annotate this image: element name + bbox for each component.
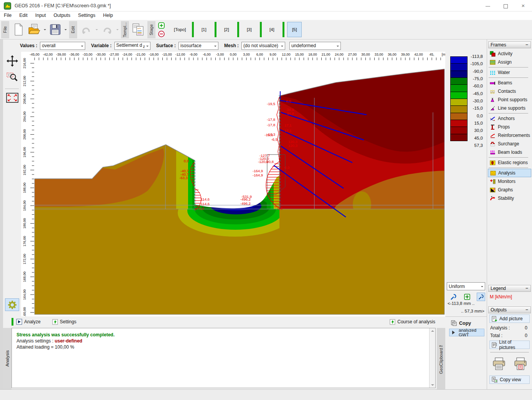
open-file-button[interactable] xyxy=(26,21,43,38)
frames-item-assign[interactable]: Assign xyxy=(488,58,531,66)
edit-group-tab[interactable]: Edit xyxy=(69,21,77,38)
mesh-dropdown[interactable]: (do not visualize) xyxy=(241,42,285,50)
scale-add-button[interactable] xyxy=(463,293,471,301)
menu-help[interactable]: Help xyxy=(99,12,117,18)
remove-stage-icon[interactable] xyxy=(158,31,165,37)
frames-item-label: Point supports xyxy=(498,97,527,102)
frames-item-graphs[interactable]: Graphs xyxy=(488,186,531,194)
frames-item-stability[interactable]: Stability xyxy=(488,194,531,202)
pan-tool-button[interactable] xyxy=(5,54,19,68)
stage-button-1[interactable]: [1] xyxy=(197,22,211,37)
redo-dropdown-caret[interactable] xyxy=(115,28,120,31)
frames-minimize-icon[interactable]: – xyxy=(525,42,528,47)
svg-text:-36,00: -36,00 xyxy=(69,53,79,56)
new-file-button[interactable] xyxy=(10,21,26,38)
frames-item-monitors[interactable]: Monitors xyxy=(488,177,531,186)
scale-wrench-button[interactable] xyxy=(449,293,458,301)
frames-item-reinforcements[interactable]: Reinforcements xyxy=(488,131,531,140)
frames-item-props[interactable]: Props xyxy=(488,123,531,131)
stage-button-2[interactable]: [2] xyxy=(219,22,234,37)
frames-item-analysis[interactable]: Analysis xyxy=(488,169,531,177)
frames-item-elastic-regions[interactable]: Elastic regions xyxy=(488,158,531,167)
frames-item-water[interactable]: Water xyxy=(488,68,531,77)
frames-item-label: Activity xyxy=(498,51,512,56)
frames-item-anchors[interactable]: Anchors xyxy=(488,114,531,123)
legend-header[interactable]: Legend– xyxy=(488,285,531,292)
print-button[interactable] xyxy=(491,356,507,372)
minimize-button[interactable] xyxy=(479,0,497,12)
scale-mode-dropdown[interactable]: Uniform xyxy=(447,282,485,290)
file-group-tab[interactable]: File xyxy=(1,21,9,38)
svg-text:0,0: 0,0 xyxy=(199,206,204,211)
open-dropdown-caret[interactable] xyxy=(43,28,47,31)
surface-dropdown[interactable]: isosurface xyxy=(178,42,218,50)
template-group-tab[interactable]: Templ... xyxy=(121,21,129,38)
stage-group-tab[interactable]: Stage xyxy=(147,21,155,38)
total-count: 0 xyxy=(525,333,527,338)
zoom-tool-button[interactable] xyxy=(5,70,19,84)
redo-button[interactable] xyxy=(99,21,115,38)
frames-item-surcharge[interactable]: Surcharge xyxy=(488,140,531,148)
scroll-down-icon[interactable] xyxy=(431,384,434,386)
menu-file[interactable]: File xyxy=(0,12,15,18)
add-stage-icon[interactable] xyxy=(158,22,165,29)
course-of-analysis-button[interactable]: Course of analysis xyxy=(387,317,438,326)
analysis-vertical-tab[interactable]: Analysis xyxy=(3,328,12,389)
menu-edit[interactable]: Edit xyxy=(15,12,31,18)
stage-button-3[interactable]: [3] xyxy=(242,22,256,37)
stage-button-4[interactable]: [4] xyxy=(264,22,279,37)
scale-settings-button[interactable] xyxy=(477,293,485,301)
variable-dropdown[interactable]: Settlement d z xyxy=(114,42,150,50)
frames-header[interactable]: Frames– xyxy=(488,41,531,48)
save-dropdown-caret[interactable] xyxy=(63,28,68,31)
log-scrollbar[interactable] xyxy=(429,328,435,388)
menu-input[interactable]: Input xyxy=(31,12,50,18)
save-button[interactable] xyxy=(47,21,63,38)
stage-button-topo[interactable]: [Topo] xyxy=(171,22,188,37)
values-dropdown[interactable]: overall xyxy=(40,42,85,50)
stage-button-5[interactable]: [5] xyxy=(287,22,302,37)
svg-text:33,00: 33,00 xyxy=(375,53,383,56)
embankment-gold-patch xyxy=(353,191,371,217)
frames-item-contacts[interactable]: Contacts xyxy=(488,87,531,95)
print-preview-button[interactable] xyxy=(512,356,529,372)
template-button[interactable] xyxy=(130,21,146,38)
model-canvas[interactable]: 0,0-40,7-40,7-63,3114,6114,60,0-19,50,03… xyxy=(21,52,445,316)
svg-text:204,00: 204,00 xyxy=(23,111,26,122)
frames-item-beam-loads[interactable]: Beam loads xyxy=(488,148,531,156)
clipboard-panel: Copy analyzed GWT xyxy=(445,316,487,389)
frames-item-activity[interactable]: Activity xyxy=(488,49,531,58)
copy-button[interactable]: Copy xyxy=(445,317,487,326)
analyzed-gwt-button[interactable]: analyzed GWT xyxy=(449,329,484,336)
fit-view-button[interactable] xyxy=(5,91,19,105)
scroll-up-icon[interactable] xyxy=(431,330,434,332)
close-button[interactable]: × xyxy=(514,0,532,12)
menu-outputs[interactable]: Outputs xyxy=(50,12,74,18)
undo-button[interactable] xyxy=(78,21,94,38)
frames-item-point-supports[interactable]: Point supports xyxy=(488,95,531,104)
maximize-button[interactable] xyxy=(497,0,514,12)
settings-gear-button[interactable] xyxy=(5,298,19,311)
copy-view-button[interactable]: Copy view xyxy=(489,375,530,384)
svg-text:-30,00: -30,00 xyxy=(96,53,106,56)
analysis-settings-button[interactable]: Settings xyxy=(49,317,79,326)
contour-plot: 0,0-40,7-40,7-63,3114,6114,60,0-19,50,03… xyxy=(21,52,445,316)
frames-item-line-supports[interactable]: Line supports xyxy=(488,104,531,112)
frames-item-beams[interactable]: Beams xyxy=(488,79,531,87)
frames-item-label: Stability xyxy=(498,196,514,201)
outputs-header[interactable]: Outputs– xyxy=(488,306,531,313)
reinf-icon xyxy=(490,133,496,138)
menu-settings[interactable]: Settings xyxy=(74,12,99,18)
deform-dropdown[interactable]: undeformed xyxy=(289,42,341,50)
svg-text:-21,00: -21,00 xyxy=(135,53,145,56)
wrench-icon xyxy=(450,294,457,300)
scale-value: 15,0 xyxy=(474,121,483,125)
outputs-minimize-icon[interactable]: – xyxy=(525,307,528,312)
template-icon xyxy=(132,23,145,36)
list-of-pictures-button[interactable]: List of pictures xyxy=(489,341,530,349)
undo-dropdown-caret[interactable] xyxy=(94,28,99,31)
add-picture-button[interactable]: Add picture xyxy=(489,314,530,323)
svg-text:3,00: 3,00 xyxy=(243,53,250,56)
legend-minimize-icon[interactable]: – xyxy=(525,285,528,291)
analyze-button[interactable]: Analyze xyxy=(15,317,44,326)
